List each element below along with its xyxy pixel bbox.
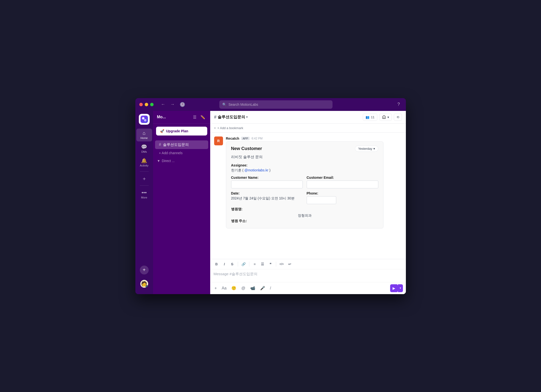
- svg-point-0: [142, 117, 144, 120]
- direct-messages-section[interactable]: ▼ Direct ...: [153, 157, 210, 165]
- help-button[interactable]: ?: [395, 101, 402, 108]
- composer-toolbar: B I S 🔗 ≡ ☰ ❝ </> ↩: [210, 259, 406, 269]
- home-icon: ⌂: [143, 131, 145, 136]
- filter-button[interactable]: ☰: [192, 114, 197, 121]
- customer-email-field: Customer Email:: [307, 176, 378, 188]
- date-label: Date:: [231, 191, 303, 195]
- phone-field: Phone:: [307, 191, 378, 204]
- channel-title-hash: #: [214, 115, 217, 120]
- unordered-list-button[interactable]: ☰: [259, 261, 266, 267]
- online-status-dot: [146, 285, 148, 288]
- user-avatar[interactable]: 🧑: [140, 279, 149, 288]
- compose-button[interactable]: ✏️: [199, 114, 206, 121]
- chat-area: # 솔루션도입문의 ▾ 👥 11 🎧 ▾ ⟲: [210, 111, 406, 294]
- code-button[interactable]: </>: [278, 261, 285, 267]
- sidebar-item-home[interactable]: ⌂ Home: [136, 129, 152, 141]
- hospital-address-field: 병원 주소:: [231, 219, 378, 223]
- search-input[interactable]: [228, 103, 330, 106]
- search-icon: 🔍: [222, 103, 226, 106]
- history-button[interactable]: 🕐: [178, 101, 187, 108]
- message-time: 6:42 PM: [252, 137, 263, 140]
- assignee-email[interactable]: @motionlabs.kr: [244, 168, 268, 172]
- card-subtitle: 리비짓 솔루션 문의: [231, 155, 378, 159]
- add-icon: ＋: [142, 176, 147, 181]
- yesterday-label: Yesterday: [358, 147, 372, 151]
- messages-area: R Recatch APP 6:42 PM New Customer: [210, 133, 406, 259]
- huddle-button[interactable]: 🎧 ▾: [379, 114, 392, 121]
- customer-email-label: Customer Email:: [307, 176, 378, 180]
- send-button[interactable]: ▶: [390, 284, 398, 292]
- customer-name-input[interactable]: [231, 181, 303, 188]
- sidebar-item-more[interactable]: ••• More: [136, 188, 152, 201]
- card-title: New Customer: [231, 146, 262, 151]
- assignee-value: 한기훈 ( @motionlabs.kr ): [231, 168, 378, 173]
- composer-bottom-bar: + Aa 🙂 @ 📹 🎤 / ▶ ▾: [210, 282, 406, 294]
- add-channels-button[interactable]: + Add channels: [155, 149, 208, 157]
- date-phone-row: Date: 2024년 7월 24일 (수요일) 오전 10시 30분 Phon…: [231, 191, 378, 204]
- composer-mention-button[interactable]: @: [240, 285, 247, 291]
- people-icon: 👥: [366, 115, 369, 119]
- hospital-name-value: 정형외과: [231, 212, 378, 219]
- ordered-list-button[interactable]: ≡: [251, 261, 258, 267]
- sidebar-label-activity: Activity: [140, 164, 148, 167]
- composer-video-button[interactable]: 📹: [249, 285, 257, 291]
- upgrade-icon: 🚀: [160, 129, 164, 133]
- composer: B I S 🔗 ≡ ☰ ❝ </> ↩ Message #솔루션도입문의: [210, 259, 406, 294]
- add-channels-label: + Add channels: [159, 151, 183, 155]
- composer-mic-button[interactable]: 🎤: [259, 285, 267, 291]
- composer-add-button[interactable]: +: [213, 285, 218, 291]
- search-bar[interactable]: 🔍: [219, 100, 333, 109]
- undo-button[interactable]: ↩: [286, 261, 293, 267]
- channel-title-name: 솔루션도입문의: [218, 115, 245, 120]
- main-content: ⌂ Home 💬 DMs 🔔 Activity ＋ ••• More +: [135, 111, 406, 294]
- message-sender: Recatch: [226, 136, 239, 140]
- card-message: New Customer Yesterday ▾ 리비짓 솔루션 문의 Assi…: [226, 141, 383, 228]
- hospital-address-label: 병원 주소:: [231, 219, 378, 223]
- link-button[interactable]: 🔗: [240, 261, 247, 267]
- workspace-name[interactable]: Mo...: [157, 115, 190, 119]
- italic-button[interactable]: I: [221, 261, 228, 267]
- sidebar-item-add[interactable]: ＋: [136, 174, 152, 183]
- phone-label: Phone:: [307, 191, 378, 195]
- maximize-button[interactable]: [150, 103, 154, 106]
- minimize-button[interactable]: [145, 103, 148, 106]
- bookmark-plus-icon: +: [214, 126, 216, 130]
- strikethrough-button[interactable]: S: [229, 261, 236, 267]
- toolbar-divider-2: [249, 262, 249, 267]
- customer-name-field: Customer Name:: [231, 176, 303, 188]
- customer-email-input[interactable]: [307, 181, 378, 188]
- phone-input[interactable]: [307, 196, 336, 204]
- members-button[interactable]: 👥 11: [363, 114, 377, 121]
- member-count: 11: [371, 115, 374, 119]
- date-value: 2024년 7월 24일 (수요일) 오전 10시 30분: [231, 196, 303, 201]
- blockquote-button[interactable]: ❝: [267, 261, 274, 267]
- composer-emoji-button[interactable]: 🙂: [230, 285, 238, 291]
- forward-button[interactable]: →: [169, 101, 176, 108]
- composer-font-button[interactable]: Aa: [220, 285, 228, 291]
- hospital-name-label: 병원명:: [231, 207, 378, 211]
- channel-chevron-icon[interactable]: ▾: [246, 115, 248, 119]
- add-bookmark-label[interactable]: + Add a bookmark: [217, 126, 243, 130]
- app-logo[interactable]: [139, 114, 150, 125]
- composer-input[interactable]: Message #솔루션도입문의: [210, 269, 406, 282]
- yesterday-badge[interactable]: Yesterday ▾: [355, 146, 378, 152]
- channel-item-solution[interactable]: # 솔루션도입문의: [155, 140, 208, 149]
- send-options-button[interactable]: ▾: [398, 284, 403, 292]
- header-actions: 👥 11 🎧 ▾ ⟲: [363, 114, 402, 121]
- hospital-name-field: 병원명: 정형외과: [231, 207, 378, 219]
- sidebar-item-activity[interactable]: 🔔 Activity: [136, 156, 152, 169]
- sidebar-item-dms[interactable]: 💬 DMs: [136, 142, 152, 155]
- icon-sidebar: ⌂ Home 💬 DMs 🔔 Activity ＋ ••• More +: [135, 111, 153, 294]
- svg-point-1: [144, 119, 146, 121]
- upgrade-label: Upgrade Plan: [166, 129, 188, 133]
- upgrade-plan-button[interactable]: 🚀 Upgrade Plan: [156, 127, 207, 136]
- share-button[interactable]: ⟲: [394, 114, 402, 121]
- recatch-avatar-image: R: [214, 136, 223, 145]
- traffic-lights: [139, 103, 154, 106]
- close-button[interactable]: [139, 103, 143, 106]
- composer-slash-button[interactable]: /: [269, 285, 272, 291]
- message-item: R Recatch APP 6:42 PM New Customer: [214, 136, 402, 228]
- new-workspace-button[interactable]: +: [140, 266, 149, 274]
- back-button[interactable]: ←: [159, 101, 167, 108]
- bold-button[interactable]: B: [213, 261, 220, 267]
